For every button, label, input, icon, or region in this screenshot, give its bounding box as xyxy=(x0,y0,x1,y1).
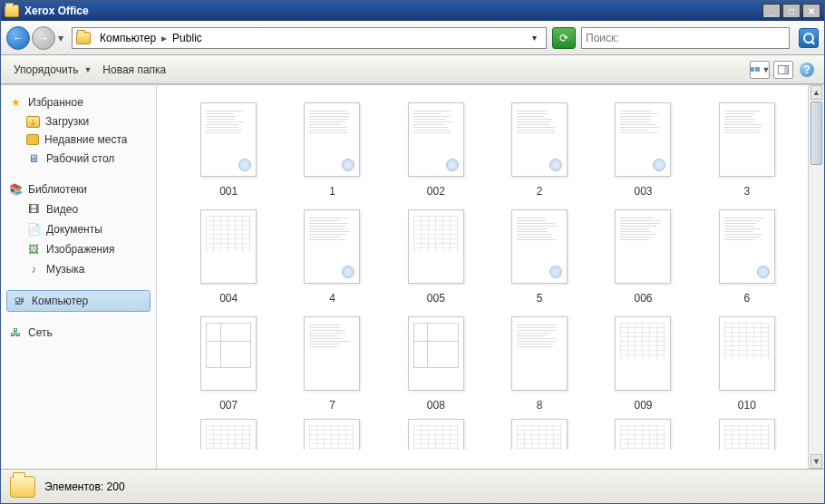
pane-icon xyxy=(778,65,789,74)
computer-icon: 🖳 xyxy=(12,294,26,308)
file-thumbnail xyxy=(699,419,795,450)
file-item[interactable]: 010 xyxy=(697,310,797,413)
back-button[interactable]: ← xyxy=(6,26,30,50)
content-area: 00110022003300440055006600770088009010 ▲… xyxy=(157,85,824,469)
refresh-button[interactable]: ⟳ xyxy=(552,27,576,49)
file-name: 002 xyxy=(427,181,445,198)
sidebar-item-video[interactable]: 🎞 Видео xyxy=(6,199,150,219)
file-item[interactable]: 005 xyxy=(386,203,486,306)
file-thumbnail xyxy=(595,205,691,288)
breadcrumb-item[interactable]: Public xyxy=(169,32,206,44)
scroll-thumb[interactable] xyxy=(810,102,822,165)
file-name: 8 xyxy=(537,395,543,412)
file-item[interactable]: 1 xyxy=(282,96,382,199)
file-item[interactable]: 8 xyxy=(490,310,589,413)
help-button[interactable]: ? xyxy=(797,61,817,79)
file-item[interactable] xyxy=(386,417,486,451)
star-icon: ★ xyxy=(8,95,23,110)
history-dropdown[interactable]: ▾ xyxy=(55,26,66,50)
sidebar-item-recent[interactable]: Недавние места xyxy=(6,131,150,149)
file-thumbnail xyxy=(595,98,691,181)
file-item[interactable]: 007 xyxy=(179,310,278,413)
sidebar-item-network[interactable]: 🖧 Сеть xyxy=(6,323,150,343)
file-thumbnail xyxy=(180,419,277,450)
navigation-pane: ★ Избранное Загрузки Недавние места 🖥 Ра… xyxy=(1,85,157,469)
file-thumbnail xyxy=(180,205,277,288)
file-thumbnail xyxy=(180,98,277,181)
status-bar: Элементов: 200 xyxy=(1,469,824,503)
chevron-down-icon: ▼ xyxy=(83,65,92,74)
help-icon: ? xyxy=(800,63,814,77)
vertical-scrollbar[interactable]: ▲ ▼ xyxy=(808,85,824,469)
file-thumbnail xyxy=(284,419,380,450)
desktop-icon: 🖥 xyxy=(26,151,41,166)
favorites-group[interactable]: ★ Избранное xyxy=(6,92,150,112)
toolbar: Упорядочить ▼ Новая папка ▼ ? xyxy=(1,55,824,84)
file-item[interactable]: 004 xyxy=(179,203,278,306)
file-name: 009 xyxy=(634,395,652,412)
file-item[interactable] xyxy=(593,417,693,451)
file-name: 005 xyxy=(427,288,445,305)
search-box[interactable]: Поиск: xyxy=(581,27,790,49)
file-thumbnail xyxy=(388,205,484,288)
scroll-down-button[interactable]: ▼ xyxy=(810,454,822,469)
view-options-button[interactable]: ▼ xyxy=(750,61,770,79)
minimize-button[interactable]: _ xyxy=(762,4,781,18)
file-item[interactable]: 3 xyxy=(697,96,797,199)
file-name: 3 xyxy=(743,181,750,198)
sidebar-item-label: Музыка xyxy=(46,263,84,276)
file-item[interactable]: 009 xyxy=(593,310,693,413)
sidebar-item-images[interactable]: 🖼 Изображения xyxy=(6,239,150,259)
file-item[interactable]: 003 xyxy=(593,96,693,199)
file-item[interactable] xyxy=(490,417,589,451)
nav-arrows: ← → ▾ xyxy=(6,26,66,50)
forward-button[interactable]: → xyxy=(32,26,55,50)
sidebar-item-music[interactable]: ♪ Музыка xyxy=(6,259,150,279)
file-thumbnail xyxy=(595,312,691,395)
chevron-right-icon[interactable]: ▸ xyxy=(160,32,169,44)
libraries-group[interactable]: 📚 Библиотеки xyxy=(6,179,150,199)
sidebar-item-downloads[interactable]: Загрузки xyxy=(6,112,150,131)
file-item[interactable]: 001 xyxy=(179,96,278,199)
status-value: 200 xyxy=(107,480,125,493)
file-item[interactable]: 008 xyxy=(386,310,486,413)
search-button[interactable] xyxy=(799,28,819,48)
sidebar-item-label: Изображения xyxy=(46,243,114,256)
file-thumbnail xyxy=(491,205,587,288)
file-thumbnail xyxy=(699,98,795,181)
file-item[interactable]: 002 xyxy=(386,96,486,199)
file-item[interactable] xyxy=(282,417,382,451)
file-item[interactable]: 5 xyxy=(490,203,589,306)
preview-pane-button[interactable] xyxy=(773,61,793,79)
file-item[interactable]: 6 xyxy=(697,203,797,306)
item-count-label: Элементов: 200 xyxy=(44,480,125,493)
music-icon: ♪ xyxy=(26,262,41,276)
address-dropdown[interactable]: ▾ xyxy=(526,33,542,43)
sidebar-item-documents[interactable]: 📄 Документы xyxy=(6,219,150,239)
explorer-window: Xerox Office _ □ ✕ ← → ▾ Компьютер ▸ Pub… xyxy=(0,0,825,504)
new-folder-button[interactable]: Новая папка xyxy=(97,62,171,78)
file-name: 003 xyxy=(634,181,652,198)
file-item[interactable] xyxy=(697,417,797,451)
network-icon: 🖧 xyxy=(8,325,23,340)
breadcrumb-root[interactable]: Компьютер xyxy=(96,32,160,44)
sidebar-item-computer[interactable]: 🖳 Компьютер xyxy=(6,290,150,312)
arrow-left-icon: ← xyxy=(13,32,24,44)
scroll-up-button[interactable]: ▲ xyxy=(810,85,822,100)
file-item[interactable]: 7 xyxy=(282,310,382,413)
view-icon xyxy=(750,67,760,72)
sidebar-item-label: Сеть xyxy=(28,326,53,339)
file-name: 7 xyxy=(329,395,335,412)
close-button[interactable]: ✕ xyxy=(802,4,820,18)
file-item[interactable]: 2 xyxy=(490,96,589,199)
organize-button[interactable]: Упорядочить ▼ xyxy=(8,62,97,78)
file-item[interactable]: 4 xyxy=(282,203,382,306)
file-item[interactable] xyxy=(179,417,278,451)
file-thumbnail xyxy=(699,205,795,288)
maximize-button[interactable]: □ xyxy=(782,4,801,18)
address-bar[interactable]: Компьютер ▸ Public ▾ xyxy=(72,27,547,49)
file-thumbnail xyxy=(284,312,380,395)
sidebar-item-desktop[interactable]: 🖥 Рабочий стол xyxy=(6,149,150,169)
file-item[interactable]: 006 xyxy=(593,203,693,306)
file-thumbnail xyxy=(388,419,484,450)
